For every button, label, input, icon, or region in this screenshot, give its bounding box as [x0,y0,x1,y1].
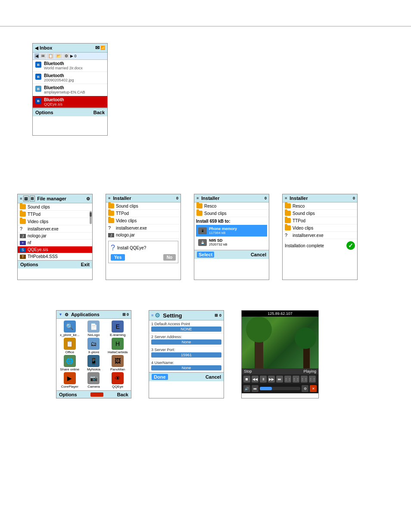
settings-field-1[interactable]: 1 Default Access Point NONE [149,320,224,333]
apps-battery-icon: 0 [127,312,129,317]
settings-field-2[interactable]: 2 Server Address: None [149,333,224,346]
ins3-item-3[interactable]: TTPod [283,217,357,224]
close-ctrl-btn[interactable]: ✕ [310,385,317,392]
app-coreplayer[interactable]: ▶ CorePlayer [58,372,81,389]
app-qqeye[interactable]: 👁 QQEye [106,372,129,389]
settings-ctrl-btn[interactable]: ⚙ [302,385,308,392]
folder-icon-2 [20,212,26,217]
btn-extra2[interactable]: ⋮⋮ [293,376,299,383]
inbox-item-4[interactable]: B Bluetooth QQEye.sis [33,96,107,108]
inbox-item-3[interactable]: B Bluetooth amplayersetup-EN.CAB [33,84,107,96]
ins2-nav: ≡ [196,196,199,200]
settings-field-4[interactable]: 4 UserName: None [149,359,224,372]
progress-bar[interactable] [260,387,300,390]
ins3-item-1[interactable]: Resco [283,202,357,210]
prev-icon[interactable]: ⏮ [252,385,258,392]
install-to-title: Install 659 kB to: [196,219,267,224]
inbox-header-left: ◀ Inbox [35,45,52,50]
rewind-btn[interactable]: ◀◀ [252,376,258,383]
fm-grid-view[interactable]: ⊞ [30,196,35,202]
complete-checkmark-icon: ✓ [346,241,355,250]
fm-exit-btn[interactable]: Exit [81,262,90,267]
dialog-text: Install QQEye? [117,246,146,250]
stop-btn[interactable]: ⏹ [243,376,250,383]
phone-memory-option[interactable]: 📱 Phone memory 117364 kB [196,225,267,236]
fm-item-6[interactable]: + nf [18,240,92,246]
fm-item-5[interactable]: J nologo.jar [18,233,92,240]
btn-extra1[interactable]: ⋮⋮ [284,376,291,383]
field-2-value: None [151,339,221,345]
ins1-header-left: ≡ Installer [108,196,131,201]
end-btn[interactable]: ⏭ [276,376,283,383]
inbox-toolbar: ◀ ✉ 📋 📂 ⚙ ▶ 0 [33,53,107,60]
toolbar-btn2[interactable]: 📋 [47,53,54,59]
app-panorman[interactable]: 🖼 PanoMan [106,355,129,371]
toolbar-btn4[interactable]: ⚙ [63,53,69,59]
qqeye-icon: 👁 [112,372,124,384]
settings-done-btn[interactable]: Done [152,374,168,380]
ins1-item-1[interactable]: Sound clips [106,202,181,210]
inbox-item-2[interactable]: B Bluetooth 20090205402.jpg [33,72,107,84]
inbox-header: ◀ Inbox ✉ 📶 [33,44,107,53]
toolbar-prev[interactable]: ◀ [34,53,39,59]
app-camera[interactable]: 📷 Camera [82,372,106,389]
no-button[interactable]: No [163,254,176,261]
sd-memory-option[interactable]: 💾 N95 SD 2520732 kB [196,236,267,248]
fm-item-8[interactable]: T THPcebb4.SSS [18,253,92,260]
ins3-item-5[interactable]: ? installserver.exe [283,232,357,239]
ffwd-btn[interactable]: ▶▶ [268,376,275,383]
apps-options-btn[interactable]: Options [59,392,77,397]
shareonline-icon: 🌐 [64,355,76,367]
fm-list-view[interactable]: ▤ [23,196,29,202]
app-office[interactable]: 📋 Office [58,338,81,354]
app-xplore[interactable]: 🗂 X-plore [82,338,106,354]
field-1-label: Default Access Point [155,322,190,326]
app-mynokia[interactable]: 📱 MyNokia [82,355,106,371]
ins1-item-3[interactable]: Video clips [106,217,181,224]
app-grid: 🔍 x_plore_ke... 📄 NoLogo E E-learning 📋 … [56,319,131,390]
ins2-cancel-btn[interactable]: Cancel [251,252,266,257]
applications-screen: ▼ ⚙ Applications ⊞ 0 🔍 x_plore_ke... 📄 N… [56,310,131,398]
yes-button[interactable]: Yes [111,254,125,261]
ins3-header-left: ≡ Installer [285,196,308,201]
toolbar-btn1[interactable]: ✉ [40,53,46,59]
video-buttons-row2: 🔊 ⏮ ⚙ ✕ [242,384,318,393]
sd-memory-size: 2520732 kB [209,243,227,246]
ins3-item-4[interactable]: Video clips [283,224,357,232]
fm-item-1[interactable]: Sound clips [18,203,92,211]
pause-btn[interactable]: ⏸ [260,376,267,383]
fm-item-2[interactable]: TTPod [18,211,92,218]
btn-extra4[interactable]: ⋮⋮ [309,376,316,383]
inbox-options-btn[interactable]: Options [35,110,53,115]
settings-cancel-btn[interactable]: Cancel [206,374,221,380]
inbox-back-btn[interactable]: Back [93,110,105,115]
inbox-item-1[interactable]: B Bluetooth World married 2ir.docx [33,60,107,72]
ins1-item-2[interactable]: TTPod [106,210,181,217]
app-nologo[interactable]: 📄 NoLogo [82,320,106,337]
app-shareonline[interactable]: 🌐 Share online [58,355,81,371]
app-xplore-ke[interactable]: 🔍 x_plore_ke... [58,320,81,337]
fm-item-7[interactable]: S QQEye.sis [18,246,92,253]
toolbar-btn3[interactable]: 📂 [55,53,62,59]
app-elearning[interactable]: E E-learning [106,320,129,337]
settings-field-3[interactable]: 3 Server Port: 15961 [149,346,224,359]
fm-options-btn[interactable]: Options [20,262,38,267]
stop-label[interactable]: Stop [244,369,252,373]
vol-icon[interactable]: 🔊 [243,385,250,392]
ins2-item-1[interactable]: Resco [194,202,269,210]
settings-title: Setting [163,312,182,319]
ins2-select-btn[interactable]: Select [197,252,214,258]
ins1-folder-2 [108,211,114,216]
app-hallacarbida[interactable]: H HallaCarbida [106,338,129,354]
fm-item-4[interactable]: ? installserver.exe [18,225,92,233]
ins1-item-4[interactable]: ? installserver.exe [106,224,181,232]
ins3-item-2[interactable]: Sound clips [283,210,357,217]
ins2-item-2[interactable]: Sound clips [194,210,269,217]
fm-item-3[interactable]: Video clips [18,218,92,225]
ins3-question-icon: ? [285,233,291,238]
inbox-header-icons: ✉ 📶 [95,45,105,51]
toolbar-next[interactable]: ▶ 0 [70,54,77,58]
btn-extra3[interactable]: ⋮⋮ [301,376,308,383]
apps-back-btn[interactable]: Back [117,392,128,397]
ins1-item-5[interactable]: J nologo.jar [106,232,181,239]
